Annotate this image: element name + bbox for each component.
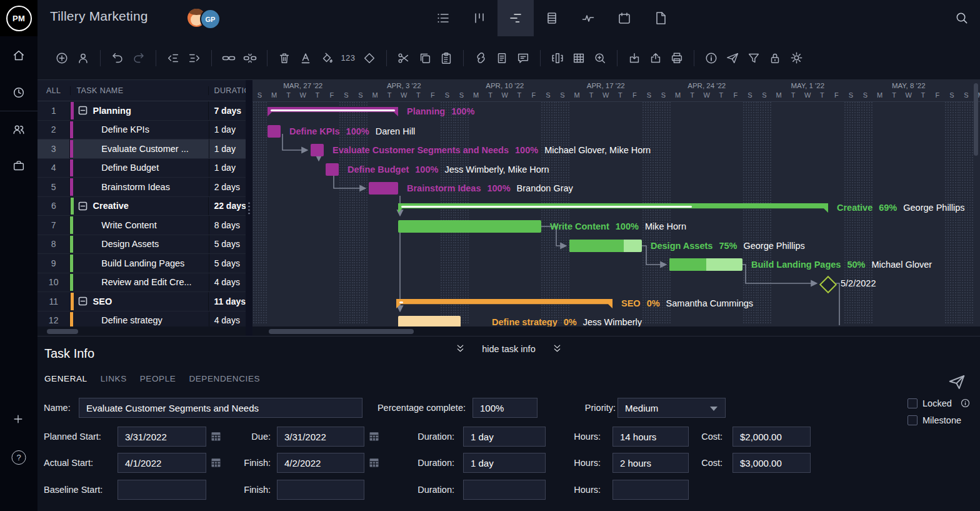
calendar-icon[interactable]: [368, 457, 381, 469]
filter-icon[interactable]: [743, 48, 764, 69]
task-row[interactable]: 2Define KPIs1 day: [38, 121, 246, 140]
home-icon[interactable]: [12, 49, 26, 63]
gantt-summary-bar[interactable]: [398, 203, 828, 213]
task-grid-hscrollbar[interactable]: [38, 326, 246, 336]
gantt-summary-bar[interactable]: [268, 107, 398, 116]
tab-general[interactable]: GENERAL: [44, 374, 88, 383]
scrollbar-thumb[interactable]: [47, 329, 78, 334]
gantt-vscrollbar-thumb[interactable]: [974, 83, 978, 156]
duration-input[interactable]: 1 day: [463, 427, 546, 447]
percentage-complete-input[interactable]: 100%: [472, 398, 538, 418]
indent-icon[interactable]: [184, 48, 205, 69]
gantt-task-bar[interactable]: [369, 182, 398, 195]
import-icon[interactable]: [624, 48, 645, 69]
tab-links[interactable]: LINKS: [101, 374, 127, 383]
gantt-hscrollbar[interactable]: [252, 326, 980, 336]
delete-trash-icon[interactable]: [274, 48, 295, 69]
portfolio-briefcase-icon[interactable]: [12, 159, 26, 173]
app-logo[interactable]: PM: [0, 0, 38, 36]
tab-people[interactable]: PEOPLE: [140, 374, 176, 383]
task-row[interactable]: 3Evaluate Customer ...1 day: [38, 139, 246, 159]
task-row[interactable]: 8Design Assets5 days: [38, 235, 246, 255]
team-icon[interactable]: [12, 123, 26, 136]
zoom-in-icon[interactable]: [589, 48, 611, 69]
paste-icon[interactable]: [436, 48, 457, 69]
view-gantt-icon[interactable]: [498, 0, 534, 36]
cost-input[interactable]: $2,000.00: [732, 427, 811, 447]
cut-icon[interactable]: [393, 48, 414, 69]
hours-input[interactable]: [612, 480, 689, 500]
gantt-summary-bar[interactable]: [396, 299, 612, 308]
help-icon[interactable]: ?: [12, 450, 26, 465]
view-document-icon[interactable]: [642, 0, 679, 36]
milestone-diamond-icon[interactable]: [359, 48, 380, 69]
cost-input[interactable]: $3,000.00: [732, 453, 811, 473]
notes-icon[interactable]: [491, 48, 512, 69]
view-calendar-icon[interactable]: [606, 0, 642, 36]
font-color-icon[interactable]: [295, 48, 316, 69]
outdent-icon[interactable]: [162, 48, 184, 69]
end-date-input[interactable]: [277, 480, 364, 500]
search-icon[interactable]: [954, 11, 969, 28]
view-board-icon[interactable]: [461, 0, 498, 36]
view-list-icon[interactable]: [425, 0, 461, 36]
start-date-input[interactable]: 3/31/2022: [118, 427, 206, 447]
lock-icon[interactable]: [764, 48, 786, 69]
locked-info-icon[interactable]: [960, 398, 971, 411]
number-format-icon[interactable]: 123: [338, 48, 359, 69]
task-row[interactable]: 6Creative22 days: [38, 197, 246, 216]
hours-input[interactable]: 14 hours: [612, 427, 689, 447]
share-plane-icon[interactable]: [722, 48, 743, 69]
fill-color-icon[interactable]: [316, 48, 338, 69]
copy-icon[interactable]: [414, 48, 436, 69]
table-grid-icon[interactable]: [568, 48, 589, 69]
task-row[interactable]: 4Define Budget1 day: [38, 159, 246, 178]
add-plus-icon[interactable]: [12, 413, 26, 427]
hide-task-info-toggle[interactable]: hide task info: [38, 343, 980, 354]
attachment-link-icon[interactable]: [470, 48, 491, 69]
grid-gantt-splitter[interactable]: [246, 80, 252, 336]
start-date-input[interactable]: [118, 480, 206, 500]
gantt-task-bar[interactable]: [398, 316, 461, 326]
end-date-input[interactable]: 3/31/2022: [277, 427, 364, 447]
send-plane-icon[interactable]: [948, 373, 966, 394]
gantt-task-bar[interactable]: [326, 163, 339, 176]
collapse-icon[interactable]: [78, 106, 88, 115]
hours-input[interactable]: 2 hours: [612, 453, 689, 473]
calendar-icon[interactable]: [368, 430, 381, 443]
view-activity-icon[interactable]: [570, 0, 606, 36]
column-header-task-name[interactable]: TASK NAME: [71, 86, 209, 95]
task-row[interactable]: 5Brainstorm Ideas2 days: [38, 178, 246, 197]
column-header-duration[interactable]: DURATION: [209, 86, 246, 95]
priority-select[interactable]: Medium: [618, 398, 726, 418]
task-row[interactable]: 12Define strategy4 days: [38, 311, 246, 327]
task-row[interactable]: 7Write Content8 days: [38, 216, 246, 235]
insert-column-icon[interactable]: [547, 48, 568, 69]
milestone-checkbox[interactable]: [908, 415, 918, 425]
settings-gear-icon[interactable]: [786, 48, 807, 69]
add-task-icon[interactable]: [51, 48, 72, 69]
name-input[interactable]: Evaluate Customer Segments and Needs: [79, 398, 362, 418]
print-icon[interactable]: [666, 48, 688, 69]
task-row[interactable]: 11SEO11 days: [38, 292, 246, 311]
gantt-task-bar[interactable]: [669, 258, 742, 271]
gantt-task-bar[interactable]: [268, 125, 281, 138]
export-icon[interactable]: [645, 48, 666, 69]
gantt-task-bar[interactable]: [398, 220, 541, 233]
task-row[interactable]: 1Planning7 days: [38, 101, 246, 121]
end-date-input[interactable]: 4/2/2022: [277, 453, 364, 473]
duration-input[interactable]: 1 day: [463, 453, 546, 473]
start-date-input[interactable]: 4/1/2022: [118, 453, 206, 473]
collapse-icon[interactable]: [78, 201, 88, 211]
tab-dependencies[interactable]: DEPENDENCIES: [189, 374, 260, 383]
scrollbar-thumb[interactable]: [269, 329, 414, 334]
duration-input[interactable]: [463, 480, 546, 500]
redo-icon[interactable]: [128, 48, 149, 69]
project-avatars[interactable]: GP: [188, 9, 221, 29]
comment-icon[interactable]: [512, 48, 534, 69]
view-sheet-icon[interactable]: [534, 0, 570, 36]
link-tasks-icon[interactable]: [218, 48, 239, 69]
gantt-task-bar[interactable]: [569, 240, 642, 252]
task-row[interactable]: 10Review and Edit Cre...4 days: [38, 273, 246, 293]
recent-clock-icon[interactable]: [12, 86, 26, 99]
